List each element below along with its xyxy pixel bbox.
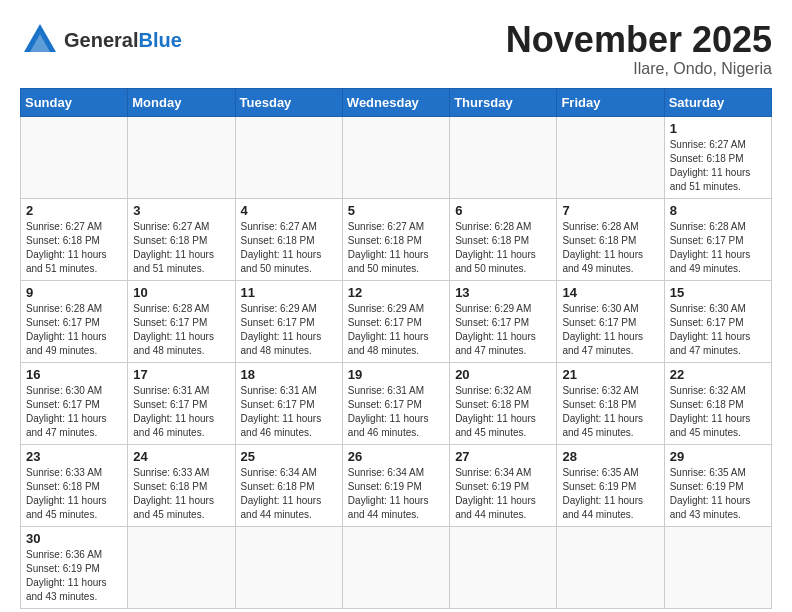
day-info: Sunrise: 6:27 AM Sunset: 6:18 PM Dayligh… [241,220,337,276]
sunset-label: Sunset: 6:17 PM [26,399,100,410]
day-info: Sunrise: 6:31 AM Sunset: 6:17 PM Dayligh… [133,384,229,440]
sunrise-label: Sunrise: 6:31 AM [241,385,317,396]
sunrise-label: Sunrise: 6:29 AM [241,303,317,314]
calendar-cell: 30 Sunrise: 6:36 AM Sunset: 6:19 PM Dayl… [21,526,128,608]
day-number: 4 [241,203,337,218]
day-info: Sunrise: 6:35 AM Sunset: 6:19 PM Dayligh… [562,466,658,522]
sunset-label: Sunset: 6:19 PM [348,481,422,492]
sunrise-label: Sunrise: 6:36 AM [26,549,102,560]
day-number: 6 [455,203,551,218]
weekday-header-thursday: Thursday [450,88,557,116]
day-info: Sunrise: 6:29 AM Sunset: 6:17 PM Dayligh… [348,302,444,358]
calendar-cell [557,526,664,608]
weekday-header-tuesday: Tuesday [235,88,342,116]
sunrise-label: Sunrise: 6:28 AM [455,221,531,232]
day-number: 21 [562,367,658,382]
month-title: November 2025 [506,20,772,60]
daylight-label: Daylight: 11 hours and 49 minutes. [562,249,643,274]
calendar-cell: 16 Sunrise: 6:30 AM Sunset: 6:17 PM Dayl… [21,362,128,444]
daylight-label: Daylight: 11 hours and 51 minutes. [670,167,751,192]
calendar-cell [450,526,557,608]
calendar-cell: 20 Sunrise: 6:32 AM Sunset: 6:18 PM Dayl… [450,362,557,444]
sunrise-label: Sunrise: 6:31 AM [348,385,424,396]
day-number: 22 [670,367,766,382]
calendar-cell: 11 Sunrise: 6:29 AM Sunset: 6:17 PM Dayl… [235,280,342,362]
day-number: 23 [26,449,122,464]
sunrise-label: Sunrise: 6:28 AM [26,303,102,314]
calendar-cell: 7 Sunrise: 6:28 AM Sunset: 6:18 PM Dayli… [557,198,664,280]
sunset-label: Sunset: 6:18 PM [26,481,100,492]
location: Ilare, Ondo, Nigeria [506,60,772,78]
daylight-label: Daylight: 11 hours and 49 minutes. [670,249,751,274]
calendar-cell: 14 Sunrise: 6:30 AM Sunset: 6:17 PM Dayl… [557,280,664,362]
day-number: 5 [348,203,444,218]
calendar-cell: 8 Sunrise: 6:28 AM Sunset: 6:17 PM Dayli… [664,198,771,280]
daylight-label: Daylight: 11 hours and 45 minutes. [26,495,107,520]
day-number: 10 [133,285,229,300]
calendar-cell [21,116,128,198]
sunset-label: Sunset: 6:18 PM [455,399,529,410]
calendar-cell: 9 Sunrise: 6:28 AM Sunset: 6:17 PM Dayli… [21,280,128,362]
sunrise-label: Sunrise: 6:33 AM [26,467,102,478]
logo-icon [20,20,60,60]
day-info: Sunrise: 6:32 AM Sunset: 6:18 PM Dayligh… [670,384,766,440]
calendar-cell [235,526,342,608]
day-info: Sunrise: 6:28 AM Sunset: 6:17 PM Dayligh… [670,220,766,276]
calendar-week-row: 16 Sunrise: 6:30 AM Sunset: 6:17 PM Dayl… [21,362,772,444]
calendar-cell: 23 Sunrise: 6:33 AM Sunset: 6:18 PM Dayl… [21,444,128,526]
day-number: 9 [26,285,122,300]
day-number: 8 [670,203,766,218]
daylight-label: Daylight: 11 hours and 48 minutes. [133,331,214,356]
daylight-label: Daylight: 11 hours and 44 minutes. [348,495,429,520]
sunset-label: Sunset: 6:17 PM [670,317,744,328]
sunrise-label: Sunrise: 6:29 AM [455,303,531,314]
day-info: Sunrise: 6:34 AM Sunset: 6:18 PM Dayligh… [241,466,337,522]
sunrise-label: Sunrise: 6:35 AM [562,467,638,478]
weekday-header-row: SundayMondayTuesdayWednesdayThursdayFrid… [21,88,772,116]
day-number: 1 [670,121,766,136]
sunrise-label: Sunrise: 6:34 AM [455,467,531,478]
title-block: November 2025 Ilare, Ondo, Nigeria [506,20,772,78]
sunset-label: Sunset: 6:18 PM [26,235,100,246]
sunset-label: Sunset: 6:17 PM [133,317,207,328]
sunrise-label: Sunrise: 6:30 AM [670,303,746,314]
sunrise-label: Sunrise: 6:32 AM [562,385,638,396]
weekday-header-monday: Monday [128,88,235,116]
calendar-cell: 18 Sunrise: 6:31 AM Sunset: 6:17 PM Dayl… [235,362,342,444]
day-number: 13 [455,285,551,300]
daylight-label: Daylight: 11 hours and 48 minutes. [348,331,429,356]
day-number: 15 [670,285,766,300]
calendar-cell: 10 Sunrise: 6:28 AM Sunset: 6:17 PM Dayl… [128,280,235,362]
sunset-label: Sunset: 6:18 PM [562,399,636,410]
day-info: Sunrise: 6:29 AM Sunset: 6:17 PM Dayligh… [455,302,551,358]
sunset-label: Sunset: 6:17 PM [26,317,100,328]
calendar-cell [664,526,771,608]
weekday-header-wednesday: Wednesday [342,88,449,116]
sunset-label: Sunset: 6:17 PM [241,399,315,410]
day-number: 20 [455,367,551,382]
day-number: 24 [133,449,229,464]
sunset-label: Sunset: 6:19 PM [26,563,100,574]
sunrise-label: Sunrise: 6:27 AM [348,221,424,232]
day-info: Sunrise: 6:34 AM Sunset: 6:19 PM Dayligh… [348,466,444,522]
calendar-week-row: 9 Sunrise: 6:28 AM Sunset: 6:17 PM Dayli… [21,280,772,362]
calendar-cell: 25 Sunrise: 6:34 AM Sunset: 6:18 PM Dayl… [235,444,342,526]
calendar-cell [128,526,235,608]
day-number: 12 [348,285,444,300]
day-info: Sunrise: 6:33 AM Sunset: 6:18 PM Dayligh… [133,466,229,522]
day-number: 2 [26,203,122,218]
day-number: 28 [562,449,658,464]
sunset-label: Sunset: 6:18 PM [670,153,744,164]
daylight-label: Daylight: 11 hours and 47 minutes. [670,331,751,356]
sunrise-label: Sunrise: 6:27 AM [241,221,317,232]
day-info: Sunrise: 6:31 AM Sunset: 6:17 PM Dayligh… [348,384,444,440]
sunrise-label: Sunrise: 6:30 AM [562,303,638,314]
daylight-label: Daylight: 11 hours and 47 minutes. [455,331,536,356]
sunrise-label: Sunrise: 6:27 AM [670,139,746,150]
day-info: Sunrise: 6:36 AM Sunset: 6:19 PM Dayligh… [26,548,122,604]
calendar-cell: 24 Sunrise: 6:33 AM Sunset: 6:18 PM Dayl… [128,444,235,526]
sunset-label: Sunset: 6:18 PM [562,235,636,246]
sunset-label: Sunset: 6:18 PM [241,235,315,246]
sunset-label: Sunset: 6:17 PM [455,317,529,328]
sunrise-label: Sunrise: 6:35 AM [670,467,746,478]
